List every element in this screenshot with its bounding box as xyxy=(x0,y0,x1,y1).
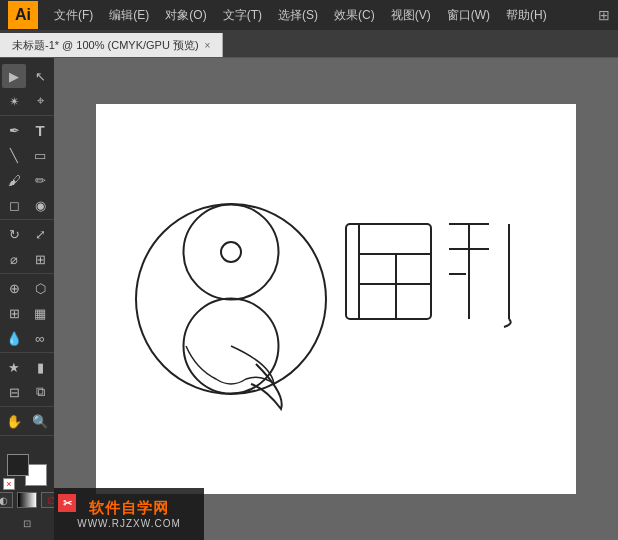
gradient-mode-button[interactable] xyxy=(17,492,37,508)
pencil-tool[interactable]: ✏ xyxy=(28,168,52,192)
eraser-tool[interactable]: ◻ xyxy=(2,193,26,217)
svg-point-3 xyxy=(221,242,241,262)
document-tab[interactable]: 未标题-1* @ 100% (CMYK/GPU 预览) × xyxy=(0,33,223,57)
perspective-tool[interactable]: ⬡ xyxy=(28,276,52,300)
type-tool[interactable]: T xyxy=(28,118,52,142)
tab-bar: 未标题-1* @ 100% (CMYK/GPU 预览) × xyxy=(0,30,618,58)
zoom-tool[interactable]: 🔍 xyxy=(28,409,52,433)
selection-tool[interactable]: ▶ xyxy=(2,64,26,88)
menu-item-t[interactable]: 文字(T) xyxy=(215,3,270,28)
menu-item-c[interactable]: 效果(C) xyxy=(326,3,383,28)
mesh-tool[interactable]: ⊞ xyxy=(2,301,26,325)
rotate-tool[interactable]: ↻ xyxy=(2,222,26,246)
menu-item-s[interactable]: 选择(S) xyxy=(270,3,326,28)
toolbar: ▶ ↖ ✴ ⌖ ✒ T ╲ ▭ 🖌 ✏ ◻ ◉ xyxy=(0,58,54,540)
color-mode-row: ◐ ∅ xyxy=(0,492,61,508)
tab-close-button[interactable]: × xyxy=(205,40,211,51)
title-bar: Ai 文件(F)编辑(E)对象(O)文字(T)选择(S)效果(C)视图(V)窗口… xyxy=(0,0,618,30)
warp-tool[interactable]: ⌀ xyxy=(2,247,26,271)
watermark-site-name: 软件自学网 xyxy=(89,499,169,518)
ai-logo: Ai xyxy=(8,1,38,29)
canvas-area: ✂ 软件自学网 WWW.RJZXW.COM xyxy=(54,58,618,540)
menu-item-o[interactable]: 对象(O) xyxy=(157,3,214,28)
tool-group-navigate: ✋ 🔍 xyxy=(0,407,54,436)
slice-tool[interactable]: ⧉ xyxy=(28,380,52,404)
artboard-tool[interactable]: ⊟ xyxy=(2,380,26,404)
svg-point-1 xyxy=(184,205,279,300)
blend-tool[interactable]: ∞ xyxy=(28,326,52,350)
shape-builder-tool[interactable]: ⊕ xyxy=(2,276,26,300)
tool-group-symbol: ★ ▮ ⊟ ⧉ xyxy=(0,353,54,407)
foreground-color-swatch[interactable] xyxy=(7,454,29,476)
none-swatch[interactable]: × xyxy=(3,478,15,490)
tool-group-shape: ⊕ ⬡ ⊞ ▦ 💧 ∞ xyxy=(0,274,54,353)
menu-item-e[interactable]: 编辑(E) xyxy=(101,3,157,28)
magic-wand-tool[interactable]: ✴ xyxy=(2,89,26,113)
menu-bar: 文件(F)编辑(E)对象(O)文字(T)选择(S)效果(C)视图(V)窗口(W)… xyxy=(46,3,594,28)
gradient-tool[interactable]: ▦ xyxy=(28,301,52,325)
blob-brush-tool[interactable]: ◉ xyxy=(28,193,52,217)
watermark-icon: ✂ xyxy=(58,494,76,512)
bottom-tools: × ◐ ∅ ⊡ xyxy=(0,448,54,536)
color-mode-button[interactable]: ◐ xyxy=(0,492,13,508)
lasso-tool[interactable]: ⌖ xyxy=(28,89,52,113)
symbol-sprayer-tool[interactable]: ★ xyxy=(2,355,26,379)
pen-tool[interactable]: ✒ xyxy=(2,118,26,142)
tool-group-transform: ↻ ⤢ ⌀ ⊞ xyxy=(0,220,54,274)
color-swatch-area: × xyxy=(5,452,49,488)
menu-item-v[interactable]: 视图(V) xyxy=(383,3,439,28)
eyedropper-tool[interactable]: 💧 xyxy=(2,326,26,350)
graph-tool[interactable]: ▮ xyxy=(28,355,52,379)
menu-item-f[interactable]: 文件(F) xyxy=(46,3,101,28)
artwork xyxy=(126,149,546,449)
panels-icon[interactable]: ⊞ xyxy=(598,7,610,23)
tool-group-select: ▶ ↖ ✴ ⌖ xyxy=(0,62,54,116)
rect-tool[interactable]: ▭ xyxy=(28,143,52,167)
screen-mode-button[interactable]: ⊡ xyxy=(9,514,45,532)
paintbrush-tool[interactable]: 🖌 xyxy=(2,168,26,192)
hand-tool[interactable]: ✋ xyxy=(2,409,26,433)
tool-group-pen: ✒ T ╲ ▭ 🖌 ✏ ◻ ◉ xyxy=(0,116,54,220)
watermark-url: WWW.RJZXW.COM xyxy=(77,518,181,529)
canvas xyxy=(96,104,576,494)
main-layout: ▶ ↖ ✴ ⌖ ✒ T ╲ ▭ 🖌 ✏ ◻ ◉ xyxy=(0,58,618,540)
menu-item-h[interactable]: 帮助(H) xyxy=(498,3,555,28)
screen-mode-row: ⊡ xyxy=(9,514,45,532)
menu-item-w[interactable]: 窗口(W) xyxy=(439,3,498,28)
watermark: ✂ 软件自学网 WWW.RJZXW.COM xyxy=(54,488,204,540)
tab-label: 未标题-1* @ 100% (CMYK/GPU 预览) xyxy=(12,38,199,53)
line-tool[interactable]: ╲ xyxy=(2,143,26,167)
free-transform-tool[interactable]: ⊞ xyxy=(28,247,52,271)
direct-selection-tool[interactable]: ↖ xyxy=(28,64,52,88)
scale-tool[interactable]: ⤢ xyxy=(28,222,52,246)
